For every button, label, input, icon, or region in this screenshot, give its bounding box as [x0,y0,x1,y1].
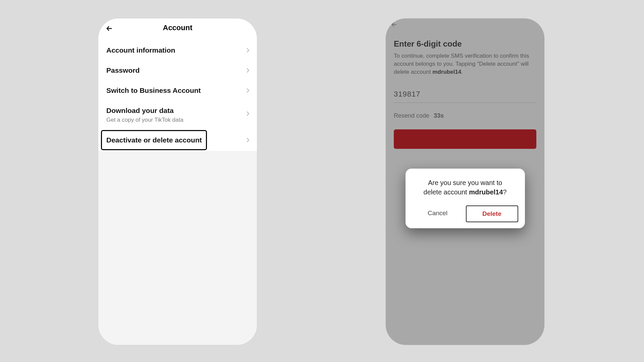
dialog-line2-pre: delete account [424,188,469,196]
chevron-right-icon [245,87,251,94]
chevron-right-icon [245,47,251,53]
verify-content: Enter 6-digit code To continue, complete… [386,18,544,149]
verify-desc-post: . [461,69,463,75]
row-switch-business[interactable]: Switch to Business Account [98,80,257,101]
resend-code[interactable]: Resend code 33s [394,112,536,119]
back-arrow-icon [106,25,113,32]
row-label: Deactivate or delete account [106,136,249,144]
chevron-right-icon [245,111,251,117]
dialog-line1: Are you sure you want to [428,179,502,186]
confirm-delete-dialog: Are you sure you want to delete account … [406,169,525,228]
navbar: Account [98,18,257,37]
empty-area [98,151,257,345]
cancel-button[interactable]: Cancel [412,205,463,221]
verify-description: To continue, complete SMS verification t… [394,52,536,76]
row-label: Switch to Business Account [106,86,249,95]
row-label: Password [106,66,249,74]
verify-title: Enter 6-digit code [394,39,536,49]
dialog-message: Are you sure you want to delete account … [412,178,518,197]
row-password[interactable]: Password [98,60,257,80]
chevron-right-icon [245,137,251,143]
row-label: Download your data [106,107,249,115]
row-download-data[interactable]: Download your data Get a copy of your Ti… [98,101,257,129]
chevron-right-icon [245,67,251,73]
verify-desc-username: mdrubel14 [432,69,461,75]
row-account-information[interactable]: Account information [98,40,257,60]
settings-list: Account information Password Switch to B… [98,37,257,151]
page-title: Account [163,23,193,32]
delete-button[interactable]: Delete [466,205,518,222]
back-arrow-icon [391,21,397,28]
phone-account-settings: Account Account information Password Swi… [98,18,257,345]
resend-label: Resend code [394,112,429,119]
back-button[interactable] [391,21,397,28]
resend-timer: 33s [434,112,444,119]
back-button[interactable] [104,23,114,34]
dialog-username: mdrubel14 [469,188,503,196]
row-deactivate-delete[interactable]: Deactivate or delete account [98,129,257,151]
row-sublabel: Get a copy of your TikTok data [106,117,249,123]
dialog-actions: Cancel Delete [412,205,518,222]
row-label: Account information [106,46,249,54]
code-input[interactable]: 319817 [394,90,536,103]
phone-verify-delete: Enter 6-digit code To continue, complete… [386,18,544,345]
dialog-line2-post: ? [503,188,506,196]
delete-account-button[interactable] [394,129,536,149]
